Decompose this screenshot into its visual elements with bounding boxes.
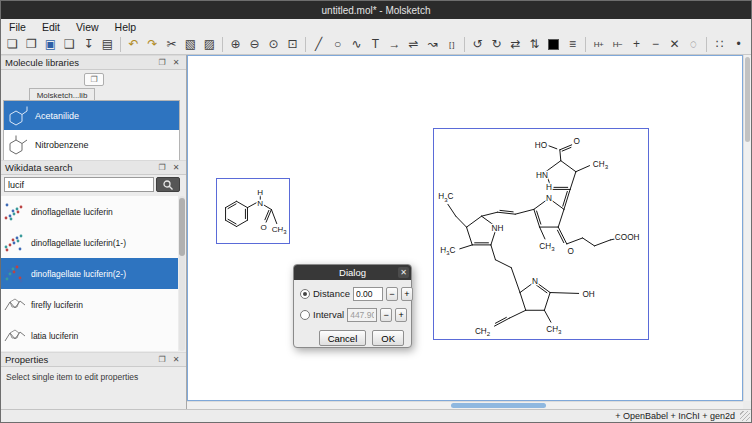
float-panel-button[interactable]: ❐	[156, 162, 168, 174]
insert-arrow-button[interactable]: →	[385, 35, 404, 54]
horizontal-scrollbar-thumb[interactable]	[451, 403, 546, 408]
mechanism-arrow-button[interactable]: ↝	[423, 35, 442, 54]
library-item[interactable]: Acetanilide	[4, 101, 179, 130]
close-panel-button[interactable]: ✕	[170, 354, 182, 366]
library-item-label: Acetanilide	[35, 111, 79, 121]
menu-help[interactable]: Help	[107, 20, 145, 34]
paste-button[interactable]: ▨	[200, 35, 219, 54]
svg-text:NH: NH	[491, 224, 503, 233]
interval-decrement-button[interactable]: −	[380, 308, 392, 322]
delete-item-button[interactable]: ✕	[665, 35, 684, 54]
draw-bond-button[interactable]: ╱	[309, 35, 328, 54]
search-icon	[162, 179, 174, 191]
close-panel-button[interactable]: ✕	[170, 57, 182, 69]
cut-button[interactable]: ✂	[162, 35, 181, 54]
flip-vertical-button[interactable]: ⇅	[525, 35, 544, 54]
library-item-label: Nitrobenzene	[35, 140, 89, 150]
text-tool-button[interactable]: T	[366, 35, 385, 54]
ok-button[interactable]: OK	[372, 330, 404, 346]
results-scrollbar-thumb[interactable]	[179, 198, 185, 256]
distance-radio[interactable]	[300, 289, 310, 299]
draw-bond-icon: ╱	[315, 37, 322, 51]
flip-horizontal-button[interactable]: ⇄	[506, 35, 525, 54]
cancel-button[interactable]: Cancel	[319, 330, 367, 346]
line-width-button[interactable]: ≡	[563, 35, 582, 54]
close-panel-button[interactable]: ✕	[170, 162, 182, 174]
menu-file[interactable]: File	[1, 20, 34, 34]
dialog-titlebar[interactable]: Dialog ✕	[294, 265, 411, 280]
svg-text:N: N	[546, 194, 552, 203]
save-button[interactable]: ▣	[41, 35, 60, 54]
svg-text:O: O	[568, 246, 574, 255]
zoom-original-button[interactable]: ⊙	[264, 35, 283, 54]
vertical-scrollbar-thumb[interactable]	[745, 57, 750, 142]
open-file-button[interactable]: ❐	[22, 35, 41, 54]
zoom-in-button[interactable]: ⊕	[226, 35, 245, 54]
charge-plus-button[interactable]: +	[627, 35, 646, 54]
properties-panel-header[interactable]: Properties ❐ ✕	[1, 352, 186, 367]
interval-input[interactable]	[347, 308, 377, 322]
molecule-libraries-panel-header[interactable]: Molecule libraries ❐ ✕	[1, 55, 186, 70]
lasso-select-icon: ◌	[690, 37, 697, 51]
rotate-cw-button[interactable]: ↻	[487, 35, 506, 54]
reaction-arrow-button[interactable]: ⇌	[404, 35, 423, 54]
zoom-out-button[interactable]: ⊖	[245, 35, 264, 54]
sidebar: Molecule libraries ❐ ✕ ❐ Molsketch...lib…	[1, 55, 187, 409]
wikidata-result-item[interactable]: firefly luciferin	[1, 289, 178, 320]
charge-minus-button[interactable]: −	[646, 35, 665, 54]
wikidata-result-item[interactable]: dinoflagellate luciferin	[1, 196, 178, 227]
wikidata-result-item[interactable]: dinoflagellate luciferin(1-)	[1, 227, 178, 258]
acetanilide-molecule[interactable]: HNOCH3	[216, 178, 290, 244]
float-panel-button[interactable]: ❐	[156, 354, 168, 366]
svg-text:CH3: CH3	[593, 159, 609, 169]
lasso-select-button[interactable]: ◌	[684, 35, 703, 54]
bracket-tool-button[interactable]: [ ]	[442, 35, 461, 54]
library-item[interactable]: Nitrobenzene	[4, 130, 179, 159]
print-button[interactable]: ▤	[98, 35, 117, 54]
zoom-fit-button[interactable]: ⊡	[283, 35, 302, 54]
color-picker-button[interactable]	[544, 35, 563, 54]
draw-chain-button[interactable]: ∿	[347, 35, 366, 54]
wikidata-result-label: dinoflagellate luciferin(2-)	[31, 269, 126, 279]
dialog-close-button[interactable]: ✕	[398, 267, 409, 278]
copy-button[interactable]: ▧	[181, 35, 200, 54]
interval-label: Interval	[313, 309, 344, 320]
interval-increment-button[interactable]: +	[395, 308, 407, 322]
distance-decrement-button[interactable]: −	[386, 287, 398, 301]
export-image-button[interactable]: ↧	[79, 35, 98, 54]
optimize-geometry-button[interactable]: ✦	[748, 35, 752, 54]
close-icon: ✕	[400, 268, 407, 277]
library-selector-button[interactable]: ❐	[84, 73, 104, 86]
size-grip[interactable]	[740, 411, 750, 421]
float-icon: ❐	[158, 355, 165, 364]
distance-input[interactable]	[353, 287, 383, 301]
wikidata-result-item[interactable]: latia luciferin	[1, 320, 178, 351]
menu-edit[interactable]: Edit	[34, 20, 68, 34]
save-as-button[interactable]: ❑	[60, 35, 79, 54]
interval-radio[interactable]	[300, 310, 310, 320]
distance-increment-button[interactable]: +	[401, 287, 413, 301]
radical-button[interactable]: •	[729, 35, 748, 54]
wikidata-search-button[interactable]	[156, 177, 180, 192]
bracket-tool-icon: [ ]	[449, 40, 454, 49]
new-document-button[interactable]: ❏	[3, 35, 22, 54]
undo-button[interactable]: ↶	[124, 35, 143, 54]
float-panel-button[interactable]: ❐	[156, 57, 168, 69]
delete-item-icon: ✕	[669, 37, 679, 51]
draw-ring-button[interactable]: ○	[328, 35, 347, 54]
rotate-ccw-button[interactable]: ↺	[468, 35, 487, 54]
luciferin-molecule[interactable]: HOOCH3HNHNCH3OCOOHNHH3CH3CNOHCH3CH2	[433, 128, 649, 340]
menu-view[interactable]: View	[68, 20, 107, 34]
remove-hydrogen-button[interactable]: H−	[608, 35, 627, 54]
redo-button[interactable]: ↷	[143, 35, 162, 54]
canvas-area: HNOCH3 HOOCH3HNHNCH3OCOOHNHH3CH3CNOHCH3C…	[187, 55, 751, 409]
drawing-canvas[interactable]: HNOCH3 HOOCH3HNHNCH3OCOOHNHH3CH3CNOHCH3C…	[187, 55, 743, 401]
wikidata-search-panel-title: Wikidata search	[5, 162, 73, 173]
wikidata-search-input[interactable]	[4, 177, 154, 192]
wikidata-search-row	[4, 177, 180, 192]
wikidata-result-item[interactable]: dinoflagellate luciferin(2-)	[1, 258, 178, 289]
window-titlebar[interactable]: untitled.mol* - Molsketch	[1, 1, 751, 19]
add-hydrogen-button[interactable]: H+	[589, 35, 608, 54]
wikidata-search-panel-header[interactable]: Wikidata search ❐ ✕	[1, 160, 186, 175]
lone-pair-button[interactable]: ∷	[710, 35, 729, 54]
